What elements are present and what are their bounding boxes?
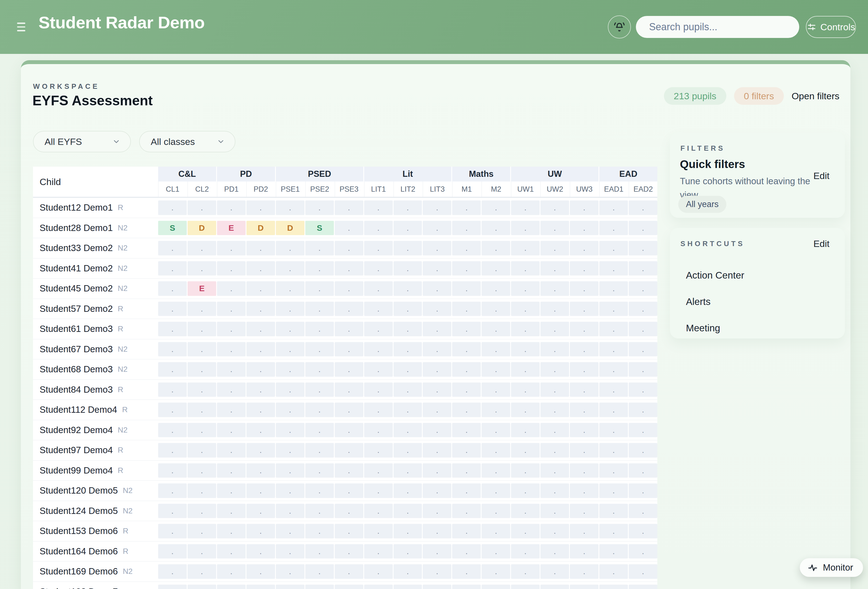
score-cell[interactable]: .: [158, 342, 187, 357]
score-cell[interactable]: E: [187, 281, 216, 296]
student-row[interactable]: Student164 Demo6R.................: [33, 541, 657, 561]
score-cell[interactable]: .: [335, 201, 363, 215]
score-cell[interactable]: .: [305, 302, 334, 316]
score-cell[interactable]: .: [452, 362, 481, 377]
score-cell[interactable]: .: [276, 281, 304, 296]
student-row[interactable]: Student169 Demo6N2.................: [33, 561, 657, 582]
score-cell[interactable]: .: [305, 443, 334, 458]
score-cell[interactable]: .: [452, 261, 481, 276]
open-filters-button[interactable]: Open filters: [791, 91, 839, 102]
score-cell[interactable]: .: [158, 423, 187, 437]
score-cell[interactable]: .: [158, 504, 187, 518]
score-cell[interactable]: .: [570, 464, 598, 478]
score-cell[interactable]: .: [187, 201, 216, 215]
score-cell[interactable]: E: [217, 221, 246, 235]
score-cell[interactable]: .: [158, 362, 187, 377]
score-cell[interactable]: .: [217, 302, 246, 316]
score-cell[interactable]: .: [423, 403, 451, 417]
score-cell[interactable]: .: [187, 362, 216, 377]
score-cell[interactable]: .: [247, 403, 275, 417]
score-cell[interactable]: .: [570, 564, 598, 579]
score-cell[interactable]: .: [599, 382, 628, 397]
score-cell[interactable]: .: [570, 201, 598, 215]
score-cell[interactable]: .: [481, 403, 510, 417]
score-cell[interactable]: .: [247, 564, 275, 579]
score-cell[interactable]: .: [629, 524, 657, 539]
score-cell[interactable]: .: [335, 221, 363, 235]
score-cell[interactable]: .: [629, 585, 657, 589]
score-cell[interactable]: .: [364, 342, 393, 357]
score-cell[interactable]: .: [187, 524, 216, 539]
score-cell[interactable]: .: [599, 443, 628, 458]
score-cell[interactable]: .: [276, 504, 304, 518]
score-cell[interactable]: .: [452, 564, 481, 579]
student-name-cell[interactable]: Student183 Demo7R: [33, 582, 157, 589]
score-cell[interactable]: .: [481, 281, 510, 296]
score-cell[interactable]: .: [629, 544, 657, 559]
score-cell[interactable]: .: [305, 362, 334, 377]
score-cell[interactable]: .: [540, 221, 569, 235]
score-cell[interactable]: .: [394, 585, 422, 589]
student-name-cell[interactable]: Student61 Demo3R: [33, 319, 157, 339]
score-cell[interactable]: .: [452, 382, 481, 397]
student-row[interactable]: Student112 Demo4R.................: [33, 400, 657, 420]
score-cell[interactable]: .: [276, 362, 304, 377]
score-cell[interactable]: .: [335, 302, 363, 316]
score-cell[interactable]: .: [335, 544, 363, 559]
score-cell[interactable]: .: [187, 302, 216, 316]
score-cell[interactable]: .: [335, 322, 363, 336]
score-cell[interactable]: .: [540, 585, 569, 589]
score-cell[interactable]: .: [335, 362, 363, 377]
score-cell[interactable]: .: [217, 362, 246, 377]
score-cell[interactable]: .: [481, 504, 510, 518]
score-cell[interactable]: .: [158, 544, 187, 559]
score-cell[interactable]: .: [452, 302, 481, 316]
edit-filters-button[interactable]: Edit: [813, 170, 830, 181]
score-cell[interactable]: .: [452, 322, 481, 336]
score-cell[interactable]: .: [247, 322, 275, 336]
monitor-button[interactable]: Monitor: [800, 558, 863, 577]
score-cell[interactable]: .: [629, 362, 657, 377]
score-cell[interactable]: .: [540, 524, 569, 539]
score-cell[interactable]: .: [481, 342, 510, 357]
score-cell[interactable]: .: [158, 564, 187, 579]
score-cell[interactable]: .: [629, 504, 657, 518]
score-cell[interactable]: .: [511, 585, 540, 589]
score-cell[interactable]: .: [276, 302, 304, 316]
score-cell[interactable]: .: [423, 221, 451, 235]
score-cell[interactable]: .: [364, 443, 393, 458]
score-cell[interactable]: .: [540, 342, 569, 357]
score-cell[interactable]: .: [335, 403, 363, 417]
score-cell[interactable]: .: [570, 544, 598, 559]
score-cell[interactable]: .: [481, 443, 510, 458]
score-cell[interactable]: .: [335, 261, 363, 276]
score-cell[interactable]: .: [217, 585, 246, 589]
score-cell[interactable]: .: [394, 281, 422, 296]
score-cell[interactable]: .: [305, 504, 334, 518]
score-cell[interactable]: .: [247, 443, 275, 458]
student-name-cell[interactable]: Student68 Demo3N2: [33, 359, 157, 379]
student-name-cell[interactable]: Student57 Demo2R: [33, 299, 157, 319]
score-cell[interactable]: .: [570, 423, 598, 437]
score-cell[interactable]: .: [599, 342, 628, 357]
score-cell[interactable]: .: [364, 564, 393, 579]
score-cell[interactable]: .: [247, 241, 275, 255]
student-row[interactable]: Student183 Demo7R.................: [33, 582, 657, 589]
score-cell[interactable]: .: [217, 261, 246, 276]
score-cell[interactable]: .: [394, 504, 422, 518]
classes-dropdown[interactable]: All classes: [139, 131, 235, 152]
student-name-cell[interactable]: Student41 Demo2N2: [33, 258, 157, 279]
score-cell[interactable]: .: [335, 524, 363, 539]
score-cell[interactable]: .: [276, 241, 304, 255]
student-row[interactable]: Student92 Demo4N2.................: [33, 420, 657, 440]
score-cell[interactable]: .: [187, 544, 216, 559]
student-row[interactable]: Student120 Demo5N2.................: [33, 480, 657, 501]
score-cell[interactable]: .: [394, 423, 422, 437]
score-cell[interactable]: .: [423, 585, 451, 589]
score-cell[interactable]: .: [481, 362, 510, 377]
score-cell[interactable]: .: [217, 544, 246, 559]
score-cell[interactable]: .: [217, 464, 246, 478]
score-cell[interactable]: .: [423, 302, 451, 316]
score-cell[interactable]: .: [452, 403, 481, 417]
score-cell[interactable]: .: [187, 585, 216, 589]
